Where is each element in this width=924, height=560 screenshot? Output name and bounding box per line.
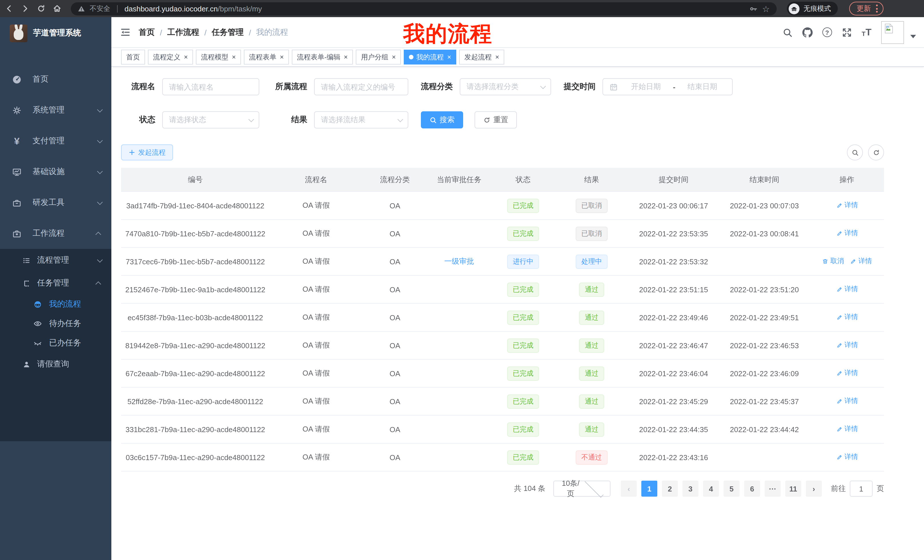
close-icon[interactable]: × xyxy=(447,54,451,60)
app-logo[interactable]: 芋道管理系统 xyxy=(0,17,111,49)
sidebar-item-payment[interactable]: ¥ 支付管理 xyxy=(0,126,111,156)
category-select[interactable]: 请选择流程分类 xyxy=(460,78,551,95)
close-icon[interactable]: × xyxy=(392,54,396,60)
security-label[interactable]: 不安全 xyxy=(90,4,110,13)
tab-2[interactable]: 流程定义× xyxy=(148,49,193,64)
close-icon[interactable]: × xyxy=(184,54,188,60)
current-task-link[interactable]: 一级审批 xyxy=(444,257,474,265)
close-icon[interactable]: × xyxy=(495,54,499,60)
cell-process-id: 7470a810-7b9b-11ec-b5b7-acde48001122 xyxy=(121,229,270,238)
page-button-11[interactable]: 11 xyxy=(785,481,801,497)
detail-action-link[interactable]: 详情 xyxy=(836,284,858,294)
close-icon[interactable]: × xyxy=(280,54,284,60)
table-row: 7317cec6-7b9b-11ec-b5b7-acde48001122OA 请… xyxy=(121,248,884,276)
cancel-action-link[interactable]: 取消 xyxy=(822,257,844,266)
back-icon[interactable] xyxy=(4,4,14,13)
submit-time-range-picker[interactable]: 开始日期 - 结束日期 xyxy=(603,78,733,95)
tab-8[interactable]: 发起流程× xyxy=(459,49,504,64)
page-button-6[interactable]: 6 xyxy=(744,481,760,497)
close-icon[interactable]: × xyxy=(344,54,348,60)
status-select[interactable]: 请选择状态 xyxy=(162,111,259,129)
detail-action-link[interactable]: 详情 xyxy=(836,368,858,378)
detail-action-link[interactable]: 详情 xyxy=(836,229,858,238)
github-icon[interactable] xyxy=(802,27,813,37)
reload-icon[interactable] xyxy=(36,4,46,13)
forward-icon[interactable] xyxy=(21,4,30,13)
process-name-input[interactable] xyxy=(162,78,259,95)
next-page-button[interactable]: › xyxy=(806,481,822,497)
page-button-1[interactable]: 1 xyxy=(641,481,657,497)
browser-update-button[interactable]: 更新 xyxy=(849,2,884,15)
breadcrumb-home[interactable]: 首页 xyxy=(139,27,155,37)
browser-menu-icon[interactable] xyxy=(876,4,878,13)
reset-button[interactable]: 重置 xyxy=(475,111,517,129)
url-text[interactable]: dashboard.yudao.iocoder.cn/bpm/task/my xyxy=(124,4,262,13)
sidebar-toggle-icon[interactable] xyxy=(111,27,139,38)
page-button-3[interactable]: 3 xyxy=(682,481,698,497)
sidebar-item-infrastructure[interactable]: 基础设施 xyxy=(0,156,111,187)
tab-4[interactable]: 流程表单× xyxy=(244,49,289,64)
detail-action-link[interactable]: 详情 xyxy=(836,452,858,462)
sidebar-item-done-tasks[interactable]: 已办任务 xyxy=(0,333,111,353)
tab-6[interactable]: 用户分组× xyxy=(356,49,401,64)
breadcrumb-task-management[interactable]: 任务管理 xyxy=(212,27,244,37)
result-badge: 通过 xyxy=(579,394,604,409)
create-process-button[interactable]: 发起流程 xyxy=(121,144,173,160)
bookmark-star-icon[interactable]: ☆ xyxy=(762,4,770,13)
sidebar-item-my-process[interactable]: 我的流程 xyxy=(0,295,111,314)
sidebar-item-leave-query[interactable]: 请假查询 xyxy=(0,353,111,376)
sidebar-item-workflow[interactable]: 工作流程 xyxy=(0,218,111,249)
sidebar-item-process-management[interactable]: 流程管理 xyxy=(0,249,111,272)
search-button[interactable]: 搜索 xyxy=(421,111,463,129)
address-bar[interactable]: 不安全 dashboard.yudao.iocoder.cn/bpm/task/… xyxy=(71,2,777,15)
sidebar-item-task-management[interactable]: 任务管理 xyxy=(0,272,111,295)
font-size-icon[interactable]: TT xyxy=(862,27,872,37)
tab-3[interactable]: 流程模型× xyxy=(196,49,241,64)
result-badge: 通过 xyxy=(579,310,604,325)
password-key-icon[interactable] xyxy=(749,4,758,13)
page-ellipsis-button[interactable]: ··· xyxy=(765,481,781,497)
detail-action-link[interactable]: 详情 xyxy=(836,397,858,406)
avatar[interactable] xyxy=(881,21,904,44)
incognito-badge[interactable]: 无痕模式 xyxy=(787,2,838,15)
edit-icon xyxy=(836,454,843,461)
start-date-placeholder[interactable]: 开始日期 xyxy=(622,82,670,92)
tab-7[interactable]: 我的流程× xyxy=(404,49,456,64)
sidebar-item-system[interactable]: 系统管理 xyxy=(0,95,111,126)
page-size-select[interactable]: 10条/页 xyxy=(554,481,610,497)
page-button-5[interactable]: 5 xyxy=(723,481,740,497)
fullscreen-icon[interactable] xyxy=(842,27,852,37)
end-date-placeholder[interactable]: 结束日期 xyxy=(679,82,726,92)
detail-action-link[interactable]: 详情 xyxy=(836,201,858,210)
prev-page-button[interactable]: ‹ xyxy=(621,481,637,497)
calendar-icon xyxy=(609,82,618,91)
sidebar-item-home[interactable]: 首页 xyxy=(0,64,111,95)
cell-process-name: OA 请假 xyxy=(270,201,363,211)
breadcrumb-current: 我的流程 xyxy=(256,27,288,37)
detail-action-link[interactable]: 详情 xyxy=(836,313,858,322)
result-select[interactable]: 请选择流结果 xyxy=(314,111,408,129)
search-icon[interactable] xyxy=(782,27,793,37)
chevron-down-icon xyxy=(97,137,103,143)
help-icon[interactable]: ? xyxy=(822,27,832,37)
sidebar-item-todo-tasks[interactable]: 待办任务 xyxy=(0,314,111,333)
goto-page-input[interactable] xyxy=(850,481,873,497)
cell-result: 通过 xyxy=(555,338,628,352)
close-icon[interactable]: × xyxy=(232,54,236,60)
avatar-dropdown-caret[interactable] xyxy=(910,34,916,38)
refresh-table-button[interactable] xyxy=(868,144,884,160)
breadcrumb-workflow[interactable]: 工作流程 xyxy=(167,27,199,37)
show-search-button[interactable] xyxy=(847,144,863,160)
edit-icon xyxy=(836,230,843,237)
home-icon[interactable] xyxy=(52,4,62,13)
page-button-2[interactable]: 2 xyxy=(662,481,678,497)
goto-unit: 页 xyxy=(877,484,884,494)
detail-action-link[interactable]: 详情 xyxy=(850,257,872,266)
page-button-4[interactable]: 4 xyxy=(703,481,719,497)
detail-action-link[interactable]: 详情 xyxy=(836,424,858,434)
tab-1[interactable]: 首页 xyxy=(121,49,145,64)
process-definition-input[interactable] xyxy=(314,78,408,95)
tab-5[interactable]: 流程表单-编辑× xyxy=(292,49,353,64)
detail-action-link[interactable]: 详情 xyxy=(836,340,858,350)
sidebar-item-dev-tools[interactable]: 研发工具 xyxy=(0,187,111,218)
